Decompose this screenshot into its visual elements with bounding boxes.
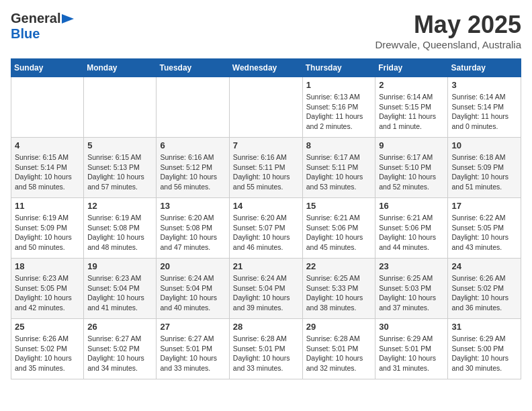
day-number: 4 [15,140,80,150]
week-row-4: 18Sunrise: 6:23 AM Sunset: 5:05 PM Dayli… [11,259,521,319]
calendar-cell: 29Sunrise: 6:28 AM Sunset: 5:01 PM Dayli… [302,319,375,379]
day-number: 10 [451,140,517,150]
day-info: Sunrise: 6:21 AM Sunset: 5:06 PM Dayligh… [379,213,444,253]
calendar-cell: 15Sunrise: 6:21 AM Sunset: 5:06 PM Dayli… [302,198,375,259]
day-header-wednesday: Wednesday [229,59,302,77]
logo-icon [62,13,74,25]
header-row: SundayMondayTuesdayWednesdayThursdayFrid… [11,59,521,77]
calendar-cell [157,77,229,138]
day-number: 5 [87,140,152,150]
day-number: 22 [306,261,372,271]
day-info: Sunrise: 6:24 AM Sunset: 5:04 PM Dayligh… [233,273,299,313]
day-number: 26 [87,322,152,332]
day-number: 8 [306,140,372,150]
calendar-cell [84,77,157,138]
calendar-cell: 12Sunrise: 6:19 AM Sunset: 5:08 PM Dayli… [84,198,157,259]
calendar-cell: 6Sunrise: 6:16 AM Sunset: 5:12 PM Daylig… [157,138,229,198]
day-number: 14 [233,201,299,211]
day-number: 25 [15,322,80,332]
day-number: 9 [379,140,444,150]
calendar-cell: 27Sunrise: 6:27 AM Sunset: 5:01 PM Dayli… [157,319,229,379]
day-info: Sunrise: 6:27 AM Sunset: 5:02 PM Dayligh… [87,334,152,373]
calendar-cell: 14Sunrise: 6:20 AM Sunset: 5:07 PM Dayli… [229,198,302,259]
calendar-cell: 4Sunrise: 6:15 AM Sunset: 5:14 PM Daylig… [11,138,84,198]
day-header-friday: Friday [375,59,448,77]
calendar-cell: 19Sunrise: 6:23 AM Sunset: 5:04 PM Dayli… [84,259,157,319]
week-row-2: 4Sunrise: 6:15 AM Sunset: 5:14 PM Daylig… [11,138,521,198]
calendar-cell: 5Sunrise: 6:15 AM Sunset: 5:13 PM Daylig… [84,138,157,198]
calendar-cell: 22Sunrise: 6:25 AM Sunset: 5:33 PM Dayli… [302,259,375,319]
logo-general: General [11,11,60,26]
day-number: 18 [15,261,80,271]
day-info: Sunrise: 6:19 AM Sunset: 5:08 PM Dayligh… [87,213,152,253]
day-number: 11 [15,201,80,211]
day-info: Sunrise: 6:16 AM Sunset: 5:11 PM Dayligh… [233,152,299,192]
day-info: Sunrise: 6:15 AM Sunset: 5:13 PM Dayligh… [87,152,152,192]
day-info: Sunrise: 6:25 AM Sunset: 5:33 PM Dayligh… [306,273,372,313]
day-info: Sunrise: 6:17 AM Sunset: 5:10 PM Dayligh… [379,152,444,192]
day-header-monday: Monday [84,59,157,77]
calendar-cell: 25Sunrise: 6:26 AM Sunset: 5:02 PM Dayli… [11,319,84,379]
day-number: 17 [451,201,517,211]
day-number: 23 [379,261,444,271]
day-number: 30 [379,322,444,332]
day-info: Sunrise: 6:26 AM Sunset: 5:02 PM Dayligh… [15,334,80,373]
day-info: Sunrise: 6:17 AM Sunset: 5:11 PM Dayligh… [306,152,372,192]
calendar-table: SundayMondayTuesdayWednesdayThursdayFrid… [11,58,521,379]
day-header-tuesday: Tuesday [157,59,229,77]
day-info: Sunrise: 6:14 AM Sunset: 5:15 PM Dayligh… [379,92,444,132]
calendar-cell: 20Sunrise: 6:24 AM Sunset: 5:04 PM Dayli… [157,259,229,319]
logo: General Blue [11,11,75,42]
day-number: 24 [451,261,517,271]
calendar-cell: 28Sunrise: 6:28 AM Sunset: 5:01 PM Dayli… [229,319,302,379]
day-number: 12 [87,201,152,211]
day-number: 13 [160,201,225,211]
day-number: 3 [451,80,517,90]
calendar-cell: 21Sunrise: 6:24 AM Sunset: 5:04 PM Dayli… [229,259,302,319]
calendar-cell [11,77,84,138]
day-info: Sunrise: 6:18 AM Sunset: 5:09 PM Dayligh… [451,152,517,192]
day-number: 28 [233,322,299,332]
day-info: Sunrise: 6:22 AM Sunset: 5:05 PM Dayligh… [451,213,517,253]
day-header-sunday: Sunday [11,59,84,77]
calendar-cell: 26Sunrise: 6:27 AM Sunset: 5:02 PM Dayli… [84,319,157,379]
day-info: Sunrise: 6:27 AM Sunset: 5:01 PM Dayligh… [160,334,225,373]
day-header-saturday: Saturday [448,59,521,77]
calendar-cell: 11Sunrise: 6:19 AM Sunset: 5:09 PM Dayli… [11,198,84,259]
day-info: Sunrise: 6:28 AM Sunset: 5:01 PM Dayligh… [233,334,299,373]
day-number: 7 [233,140,299,150]
day-info: Sunrise: 6:20 AM Sunset: 5:07 PM Dayligh… [233,213,299,253]
calendar-cell: 10Sunrise: 6:18 AM Sunset: 5:09 PM Dayli… [448,138,521,198]
day-number: 21 [233,261,299,271]
day-info: Sunrise: 6:16 AM Sunset: 5:12 PM Dayligh… [160,152,225,192]
calendar-cell: 8Sunrise: 6:17 AM Sunset: 5:11 PM Daylig… [302,138,375,198]
calendar-cell: 2Sunrise: 6:14 AM Sunset: 5:15 PM Daylig… [375,77,448,138]
day-number: 16 [379,201,444,211]
day-number: 1 [306,80,372,90]
day-header-thursday: Thursday [302,59,375,77]
svg-marker-0 [62,14,74,24]
day-number: 2 [379,80,444,90]
calendar-cell: 24Sunrise: 6:26 AM Sunset: 5:02 PM Dayli… [448,259,521,319]
day-info: Sunrise: 6:20 AM Sunset: 5:08 PM Dayligh… [160,213,225,253]
title-area: May 2025 Drewvale, Queensland, Australia [375,11,521,50]
week-row-3: 11Sunrise: 6:19 AM Sunset: 5:09 PM Dayli… [11,198,521,259]
day-info: Sunrise: 6:19 AM Sunset: 5:09 PM Dayligh… [15,213,80,253]
day-info: Sunrise: 6:23 AM Sunset: 5:05 PM Dayligh… [15,273,80,313]
header: General Blue May 2025 Drewvale, Queensla… [11,11,521,50]
week-row-1: 1Sunrise: 6:13 AM Sunset: 5:16 PM Daylig… [11,77,521,138]
day-info: Sunrise: 6:25 AM Sunset: 5:03 PM Dayligh… [379,273,444,313]
day-number: 31 [451,322,517,332]
week-row-5: 25Sunrise: 6:26 AM Sunset: 5:02 PM Dayli… [11,319,521,379]
day-number: 20 [160,261,225,271]
day-info: Sunrise: 6:23 AM Sunset: 5:04 PM Dayligh… [87,273,152,313]
day-info: Sunrise: 6:24 AM Sunset: 5:04 PM Dayligh… [160,273,225,313]
day-info: Sunrise: 6:29 AM Sunset: 5:00 PM Dayligh… [451,334,517,373]
location-title: Drewvale, Queensland, Australia [375,39,521,50]
calendar-cell [229,77,302,138]
day-number: 6 [160,140,225,150]
day-info: Sunrise: 6:13 AM Sunset: 5:16 PM Dayligh… [306,92,372,132]
day-info: Sunrise: 6:14 AM Sunset: 5:14 PM Dayligh… [451,92,517,132]
calendar-cell: 9Sunrise: 6:17 AM Sunset: 5:10 PM Daylig… [375,138,448,198]
calendar-cell: 1Sunrise: 6:13 AM Sunset: 5:16 PM Daylig… [302,77,375,138]
